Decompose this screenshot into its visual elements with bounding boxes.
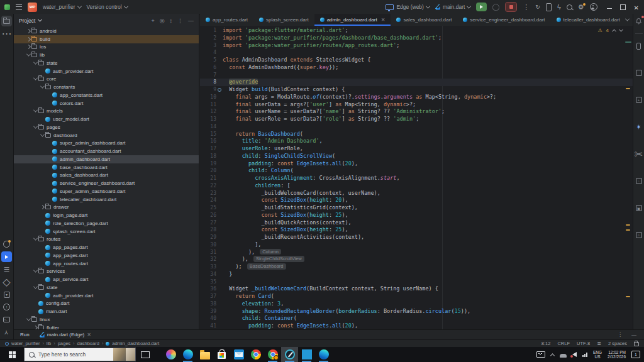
tree-item-linux[interactable]: linux bbox=[14, 315, 199, 324]
build-variants-icon[interactable]: ✂ bbox=[635, 150, 643, 158]
line-number[interactable]: 38 bbox=[200, 300, 216, 308]
chevron-down-icon[interactable] bbox=[26, 52, 30, 57]
line-number[interactable]: 7 bbox=[200, 72, 216, 79]
breadcrumb-item[interactable]: water_purifier bbox=[11, 341, 40, 346]
line-number[interactable]: 31 bbox=[200, 249, 216, 256]
taskbar-search[interactable]: Type here to search bbox=[24, 348, 136, 361]
structure-icon[interactable]: ≡ bbox=[1, 264, 12, 275]
code-line-24[interactable]: 24 const SizedBox(height: 20), bbox=[200, 197, 633, 204]
code-line-16[interactable]: 16 title: 'Admin Dashboard', bbox=[200, 138, 633, 145]
terminal-icon[interactable]: ›_ bbox=[1, 314, 12, 325]
tree-item-ios[interactable]: ios bbox=[14, 43, 199, 52]
tree-item-pages[interactable]: pages bbox=[14, 123, 199, 131]
code-line-39[interactable]: 39 shape: RoundedRectangleBorder(borderR… bbox=[200, 308, 633, 315]
task-view-button[interactable] bbox=[136, 347, 155, 362]
line-number[interactable]: 26 bbox=[200, 212, 216, 219]
code-line-20[interactable]: 20 child: Column( bbox=[200, 167, 633, 175]
tree-item-state[interactable]: state bbox=[14, 283, 199, 292]
code-line-40[interactable]: 40 child: Container( bbox=[200, 315, 633, 322]
chevron-right-icon[interactable] bbox=[40, 205, 44, 209]
code-line-29[interactable]: 29 _buildRecentActivities(context), bbox=[200, 234, 633, 241]
tree-item-service_engineer_dashboard-dart[interactable]: service_engineer_dashboard.dart bbox=[14, 179, 199, 187]
code-line-33[interactable]: 33 );BaseDashboard bbox=[200, 263, 633, 271]
breadcrumb-item[interactable]: admin_dashboard.dart bbox=[112, 341, 159, 346]
tree-item-constants[interactable]: constants bbox=[14, 83, 199, 91]
dart-analysis-icon[interactable] bbox=[1, 239, 12, 250]
clock[interactable]: 12:02 PM2/12/2026 bbox=[608, 350, 626, 359]
tab-telecaller_dashboard-dart[interactable]: telecaller_dashboard.dart bbox=[551, 14, 626, 26]
taskbar-app-edge[interactable] bbox=[179, 347, 196, 362]
problems-icon[interactable]: ! bbox=[1, 302, 12, 312]
tree-item-colors-dart[interactable]: colors.dart bbox=[14, 99, 199, 107]
encoding[interactable]: UTF-8 bbox=[577, 341, 590, 346]
taskbar-app-explorer[interactable] bbox=[196, 347, 213, 362]
tab-list-chevron-icon[interactable] bbox=[625, 17, 630, 21]
stripe-warning-mark[interactable] bbox=[626, 88, 630, 89]
notifications-bell-icon[interactable] bbox=[635, 16, 643, 25]
tree-item-lib[interactable]: lib bbox=[14, 51, 199, 59]
code-line-21[interactable]: 21 crossAxisAlignment: CrossAxisAlignmen… bbox=[200, 175, 633, 182]
tree-item-super_admin_dashboard-dart[interactable]: super_admin_dashboard.dart bbox=[14, 140, 199, 148]
account-icon[interactable] bbox=[590, 3, 597, 11]
line-ending[interactable]: CRLF bbox=[557, 341, 570, 346]
line-number[interactable]: 19 bbox=[200, 160, 216, 168]
line-number[interactable]: 36 bbox=[200, 285, 216, 293]
tree-item-drawer[interactable]: drawer bbox=[14, 204, 199, 212]
code-line-14[interactable]: 14 bbox=[200, 123, 633, 131]
code-line-11[interactable]: 11 final userData = args?['user'] as Map… bbox=[200, 101, 633, 109]
chevron-down-icon[interactable] bbox=[33, 108, 37, 112]
next-warning-icon[interactable] bbox=[619, 28, 623, 32]
gemini-icon[interactable]: ✶ bbox=[635, 123, 643, 131]
device-manager-icon[interactable] bbox=[635, 41, 643, 50]
code-line-10[interactable]: 10 final args = ModalRoute.of(context)?.… bbox=[200, 94, 633, 101]
layout-inspector-icon[interactable]: ▣ bbox=[635, 204, 643, 212]
line-number[interactable]: 2 bbox=[200, 35, 216, 42]
prev-warning-icon[interactable] bbox=[612, 29, 616, 33]
network-icon[interactable] bbox=[582, 353, 587, 357]
code-line-30[interactable]: 30 ], bbox=[200, 241, 633, 249]
tree-item-role_selection_page-dart[interactable]: role_selection_page.dart bbox=[14, 219, 199, 228]
tree-item-login_page-dart[interactable]: login_page.dart bbox=[14, 211, 199, 219]
code-line-17[interactable]: 17 userRole: userRole, bbox=[200, 145, 633, 153]
code-line-32[interactable]: 32 ),SingleChildScrollView bbox=[200, 256, 633, 263]
minimize-icon[interactable] bbox=[607, 8, 612, 9]
chevron-down-icon[interactable] bbox=[33, 268, 37, 273]
line-number[interactable]: 13 bbox=[200, 116, 216, 123]
stripe-warning-mark[interactable] bbox=[626, 224, 630, 226]
flutter-devtools-icon[interactable]: ◇ bbox=[1, 277, 12, 287]
tab-app_routes-dart[interactable]: app_routes.dart bbox=[200, 14, 253, 26]
code-line-1[interactable]: 1import 'package:flutter/material.dart'; bbox=[200, 27, 633, 35]
more-icon[interactable]: ⋮ bbox=[523, 4, 530, 11]
breadcrumb-item[interactable]: lib bbox=[47, 341, 52, 346]
add-icon[interactable]: + bbox=[151, 18, 154, 24]
stripe-caret-mark[interactable] bbox=[625, 41, 631, 43]
code-line-8[interactable]: 8 @override bbox=[200, 79, 633, 86]
tree-item-android[interactable]: android bbox=[14, 27, 199, 35]
tree-item-sales_dashboard-dart[interactable]: sales_dashboard.dart bbox=[14, 172, 199, 180]
start-button[interactable] bbox=[0, 347, 24, 362]
line-number[interactable]: 14 bbox=[200, 123, 216, 131]
tree-item-auth_provider-dart[interactable]: auth_provider.dart bbox=[14, 292, 199, 300]
code-line-6[interactable]: 6 const AdminDashboard({super.key}); bbox=[200, 64, 633, 72]
tree-item-app_constants-dart[interactable]: app_constants.dart bbox=[14, 91, 199, 99]
tree-item-services[interactable]: services bbox=[14, 268, 199, 276]
line-number[interactable]: 32 bbox=[200, 256, 216, 263]
hide-icon[interactable]: — bbox=[188, 18, 194, 24]
taskbar-app-chrome-profile[interactable] bbox=[264, 347, 281, 362]
show-hidden-icons-chevron[interactable] bbox=[550, 353, 555, 358]
code-line-37[interactable]: 37 return Card( bbox=[200, 293, 633, 300]
line-number[interactable]: 9 bbox=[200, 86, 216, 94]
code-line-12[interactable]: 12 final userName = userData?['name'] as… bbox=[200, 108, 633, 116]
tree-item-app_pages-dart[interactable]: app_pages.dart bbox=[14, 243, 199, 251]
stop-button[interactable] bbox=[505, 2, 517, 12]
line-number[interactable]: 27 bbox=[200, 219, 216, 227]
maximize-icon[interactable] bbox=[620, 4, 626, 10]
app-inspection-icon[interactable]: ◦ bbox=[635, 177, 643, 185]
tree-item-main-dart[interactable]: main.dart bbox=[14, 307, 199, 315]
tree-item-build[interactable]: build bbox=[14, 35, 199, 43]
stripe-warning-mark[interactable] bbox=[626, 296, 630, 297]
language-indicator[interactable]: ENGUS bbox=[593, 350, 602, 359]
code-line-18[interactable]: 18 child: SingleChildScrollView( bbox=[200, 153, 633, 160]
chevron-right-icon[interactable] bbox=[26, 45, 30, 49]
taskbar-app-chrome[interactable] bbox=[247, 347, 264, 362]
